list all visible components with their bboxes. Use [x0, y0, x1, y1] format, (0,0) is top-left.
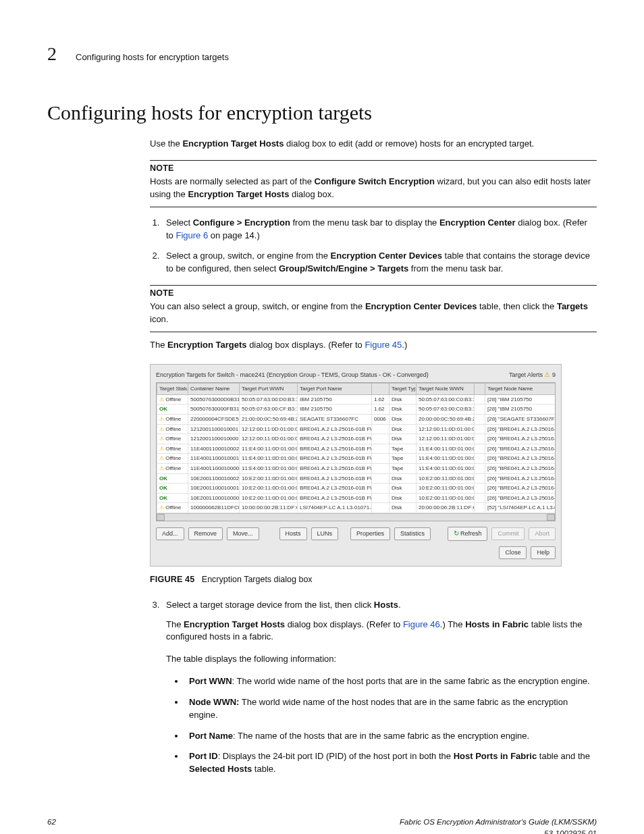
cell: [475, 444, 485, 454]
column-header[interactable]: Target Port WWN: [240, 384, 298, 395]
refresh-icon: ↻: [454, 529, 459, 537]
column-header[interactable]: Target Node WWN: [417, 384, 475, 395]
table-intro: The table displays the following informa…: [166, 653, 597, 666]
step-3: Select a target storage device from the …: [162, 599, 597, 776]
table-row[interactable]: OK500507630000FB31950:05:07:63:00:CF:B3:…: [157, 405, 556, 415]
bullet-node-wwn: Node WWN: The world wide name of the hos…: [185, 696, 597, 722]
cell: [475, 415, 485, 425]
cell: [475, 434, 485, 444]
cell: 1.62: [372, 394, 390, 405]
cell: BRE041.A.2 L3-25016-01B FW: [298, 444, 372, 454]
statistics-button[interactable]: Statistics: [394, 527, 431, 540]
cell: Disk: [390, 434, 417, 444]
cell: [475, 424, 485, 434]
cell: 11:E4:00:11:0D:01:00:02: [240, 444, 298, 454]
table-row[interactable]: ⚠ Offline11E400110001000211:E4:00:11:0D:…: [157, 444, 556, 454]
step-2: Select a group, switch, or engine from t…: [162, 250, 597, 276]
table-row[interactable]: ⚠ Offline11E400110001000011:E4:00:11:0D:…: [157, 464, 556, 474]
table-row[interactable]: OK10E200110001000010:E2:00:11:0D:01:00:0…: [157, 493, 556, 503]
link-figure-46[interactable]: Figure 46: [403, 619, 440, 629]
help-button[interactable]: Help: [531, 546, 556, 559]
cell: [26] "BRE041.A.2 L3-25016-01B FW": [485, 473, 556, 484]
targets-table[interactable]: Target StatusContainer NameTarget Port W…: [157, 383, 556, 513]
properties-button[interactable]: Properties: [350, 527, 390, 540]
cell: 20:00:00:06:2B:11:DF:CF: [417, 503, 475, 513]
cell: [475, 493, 485, 503]
hosts-button[interactable]: Hosts: [279, 527, 307, 540]
abort-button[interactable]: Abort: [529, 527, 556, 540]
cell: [26] "BRE041.A.2 L3-25016-01B FW": [485, 424, 556, 434]
cell: 1.62: [372, 405, 390, 415]
link-figure-6[interactable]: Figure 6: [176, 230, 208, 240]
cell: [26] "BRE041.A.2 L3-25016-01B FW": [485, 444, 556, 454]
table-row[interactable]: ⚠ Offline121200110001000012:12:00:11:0D:…: [157, 434, 556, 444]
add-button[interactable]: Add...: [156, 527, 184, 540]
column-header[interactable]: [372, 384, 390, 395]
warning-icon: ⚠: [544, 371, 550, 378]
cell: Tape: [390, 454, 417, 464]
cell: Disk: [390, 405, 417, 415]
dialog-bottom-row: Close Help: [156, 546, 556, 559]
cell: 10:E2:00:11:0D:01:00:00: [240, 493, 298, 503]
cell: 10:00:00:00:2B:11:DF:CF: [240, 503, 298, 513]
cell: SEAGATE ST336607FC: [298, 415, 372, 425]
cell: [372, 503, 390, 513]
cell: ⚠ Offline: [157, 415, 188, 425]
column-header[interactable]: Target Status: [157, 384, 188, 395]
info-bullets: Port WWN: The world wide name of the hos…: [166, 675, 597, 776]
horizontal-scrollbar[interactable]: [157, 513, 555, 521]
cell: [372, 424, 390, 434]
column-header[interactable]: Container Name: [188, 384, 240, 395]
commit-button[interactable]: Commit: [491, 527, 525, 540]
table-row[interactable]: OK10E200110001000110:E2:00:11:0D:01:00:0…: [157, 484, 556, 494]
table-row[interactable]: ⚠ Offline11E400110001000111:E4:00:11:0D:…: [157, 454, 556, 464]
cell: [475, 464, 485, 474]
cell: [28] "SEAGATE ST336607FC: [485, 415, 556, 425]
refresh-button[interactable]: ↻Refresh: [448, 527, 488, 541]
page-number: 62: [47, 816, 56, 834]
cell: 10:E2:00:11:0D:01:00:01: [417, 484, 475, 494]
bullet-port-name: Port Name: The name of the hosts that ar…: [185, 730, 597, 743]
close-button[interactable]: Close: [499, 546, 527, 559]
cell: 50050763000D0B319: [188, 394, 240, 405]
table-row[interactable]: ⚠ Offline50050763000D0B31950:05:07:63:00…: [157, 394, 556, 405]
remove-button[interactable]: Remove: [188, 527, 223, 540]
cell: 12:12:00:11:0D:01:00:00: [417, 434, 475, 444]
column-header[interactable]: Target Node Name: [485, 384, 556, 395]
cell: Tape: [390, 444, 417, 454]
cell: Disk: [390, 484, 417, 494]
table-row[interactable]: OK10E200110001000210:E2:00:11:0D:01:00:0…: [157, 473, 556, 484]
table-row[interactable]: ⚠ Offline100000062B11DFCF10:00:00:00:2B:…: [157, 503, 556, 513]
cell: BRE041.A.2 L3-25016-01B FW: [298, 454, 372, 464]
intro-paragraph: Use the Encryption Target Hosts dialog b…: [150, 138, 597, 151]
cell: 11E4001100010000: [188, 464, 240, 474]
running-header: 2 Configuring hosts for encryption targe…: [47, 41, 597, 68]
table-row[interactable]: ⚠ Offline220000004CFSDE5C121:00:00:0C:50…: [157, 415, 556, 425]
cell: 11E4001100010001: [188, 454, 240, 464]
step-list: Select Configure > Encryption from the m…: [150, 217, 597, 276]
cell: [475, 473, 485, 484]
luns-button[interactable]: LUNs: [311, 527, 339, 540]
cell: 500507630000FB319: [188, 405, 240, 415]
cell: [475, 503, 485, 513]
cell: ⚠ Offline: [157, 394, 188, 405]
target-alerts[interactable]: Target Alerts ⚠ 9: [509, 370, 556, 380]
cell: Disk: [390, 493, 417, 503]
cell: BRE041.A.2 L3-25016-01B FW: [298, 484, 372, 494]
move-button[interactable]: Move...: [227, 527, 259, 540]
cell: 1212001100010000: [188, 434, 240, 444]
cell: BRE041.A.2 L3-25016-01B FW: [298, 464, 372, 474]
cell: IBM 2105750: [298, 394, 372, 405]
column-header[interactable]: Target Port Name: [298, 384, 372, 395]
column-header[interactable]: [475, 384, 485, 395]
link-figure-45[interactable]: Figure 45: [365, 340, 402, 350]
cell: ⚠ Offline: [157, 444, 188, 454]
column-header[interactable]: Target Type: [390, 384, 417, 395]
table-row[interactable]: ⚠ Offline121200110001000112:12:00:11:0D:…: [157, 424, 556, 434]
cell: [26] "BRE041.A.2 L3-25016-01B FW": [485, 493, 556, 503]
step-list-cont: Select a target storage device from the …: [150, 599, 597, 776]
cell: [372, 493, 390, 503]
note-2: NOTE You can also select a group, switch…: [150, 285, 597, 332]
cell: ⚠ Offline: [157, 454, 188, 464]
cell: 21:00:00:0C:50:69:4B:29: [240, 415, 298, 425]
